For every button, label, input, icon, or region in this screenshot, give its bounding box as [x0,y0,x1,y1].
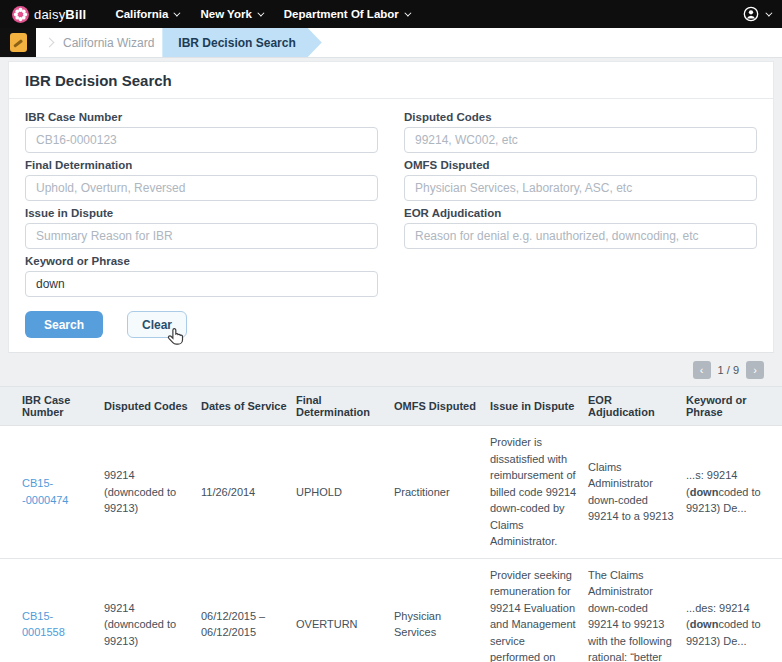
nav-item-department-of-labor[interactable]: Department Of Labor [284,8,409,20]
cell-issue-in-dispute: Provider is dissatisfied with reimbursem… [490,426,588,559]
page-indicator: 1 / 9 [718,364,739,376]
final-determination-input[interactable] [25,175,378,201]
case-number-link[interactable]: CB15--0000474 [22,477,69,506]
header-eor-adjudication: EOR Adjudication [588,387,686,426]
cell-omfs-disputed: Physician Services [394,558,490,662]
user-circle-icon [743,6,759,22]
brand[interactable]: daisyBill [12,6,86,23]
nav-item-new-york[interactable]: New York [200,8,261,20]
cell-case-number: CB15--0000474 [0,426,104,559]
chevron-down-icon [404,9,411,16]
search-card: IBR Decision Search IBR Case Number Disp… [8,61,774,353]
eor-adjudication-input[interactable] [404,223,757,249]
chevron-right-icon [45,38,55,48]
nav-item-new-york-label: New York [200,8,251,20]
ibr-case-number-label: IBR Case Number [25,111,378,123]
issue-in-dispute-input[interactable] [25,223,378,249]
field-ibr-case-number: IBR Case Number [25,111,378,153]
table-row: CB15-0001558 99214 (downcoded to 99213) … [0,558,782,662]
header-final-determination: Final Determination [296,387,394,426]
results-table: IBR Case Number Disputed Codes Dates of … [0,386,782,662]
header-omfs-disputed: OMFS Disputed [394,387,490,426]
cell-issue-in-dispute: Provider seeking remuneration for 99214 … [490,558,588,662]
cell-keyword: ...des: 99214 (downcoded to 99213) De... [686,558,782,662]
daisy-flower-icon [12,6,29,23]
omfs-disputed-input[interactable] [404,175,757,201]
cell-disputed-codes: 99214 (downcoded to 99213) [104,426,201,559]
field-spacer [404,255,757,297]
top-navbar: daisyBill California New York Department… [0,0,782,28]
keyword-or-phrase-input[interactable] [25,271,378,297]
breadcrumb-ibr-decision-search: IBR Decision Search [162,28,321,57]
search-button[interactable]: Search [25,311,103,338]
cell-case-number: CB15-0001558 [0,558,104,662]
breadcrumb-active-label: IBR Decision Search [178,36,295,50]
field-eor-adjudication: EOR Adjudication [404,207,757,249]
cell-keyword: ...s: 99214 (downcoded to 99213) De... [686,426,782,559]
nav-item-department-of-labor-label: Department Of Labor [284,8,399,20]
cell-final-determination: UPHOLD [296,426,394,559]
cell-omfs-disputed: Practitioner [394,426,490,559]
case-number-link[interactable]: CB15-0001558 [22,610,65,639]
table-row: CB15--0000474 99214 (downcoded to 99213)… [0,426,782,559]
disputed-codes-input[interactable] [404,127,757,153]
nav-item-california-label: California [115,8,168,20]
eor-adjudication-label: EOR Adjudication [404,207,757,219]
disputed-codes-label: Disputed Codes [404,111,757,123]
breadcrumb-california-wizard[interactable]: California Wizard [63,36,154,50]
cell-dates-of-service: 06/12/2015 – 06/12/2015 [201,558,296,662]
page-title: IBR Decision Search [9,62,773,99]
field-disputed-codes: Disputed Codes [404,111,757,153]
cell-dates-of-service: 11/26/2014 [201,426,296,559]
keyword-or-phrase-label: Keyword or Phrase [25,255,378,267]
ibr-case-number-input[interactable] [25,127,378,153]
header-ibr-case-number: IBR Case Number [0,387,104,426]
field-final-determination: Final Determination [25,159,378,201]
cell-eor-adjudication: The Claims Administrator down-coded 9921… [588,558,686,662]
table-header-row: IBR Case Number Disputed Codes Dates of … [0,387,782,426]
chevron-down-icon [765,9,772,16]
search-form: IBR Case Number Disputed Codes Final Det… [9,99,773,352]
issue-in-dispute-label: Issue in Dispute [25,207,378,219]
wizard-home-button[interactable] [0,28,36,57]
cell-disputed-codes: 99214 (downcoded to 99213) [104,558,201,662]
chevron-down-icon [257,9,264,16]
field-keyword-or-phrase: Keyword or Phrase [25,255,378,297]
field-issue-in-dispute: Issue in Dispute [25,207,378,249]
brand-name: daisyBill [34,7,86,22]
header-dates-of-service: Dates of Service [201,387,296,426]
pagination: ‹ 1 / 9 › [0,353,782,386]
omfs-disputed-label: OMFS Disputed [404,159,757,171]
final-determination-label: Final Determination [25,159,378,171]
header-keyword-or-phrase: Keyword or Phrase [686,387,782,426]
prev-page-button[interactable]: ‹ [693,361,711,379]
header-disputed-codes: Disputed Codes [104,387,201,426]
clear-button[interactable]: Clear [127,311,187,338]
chevron-down-icon [174,9,181,16]
orange-note-pencil-icon [10,33,27,52]
next-page-button[interactable]: › [746,361,764,379]
cell-eor-adjudication: Claims Administrator down-coded 99214 to… [588,426,686,559]
cell-final-determination: OVERTURN [296,558,394,662]
form-actions: Search Clear [25,311,378,338]
user-menu[interactable] [743,6,770,22]
field-omfs-disputed: OMFS Disputed [404,159,757,201]
nav-item-california[interactable]: California [115,8,178,20]
header-issue-in-dispute: Issue in Dispute [490,387,588,426]
breadcrumb: California Wizard IBR Decision Search [0,28,782,58]
